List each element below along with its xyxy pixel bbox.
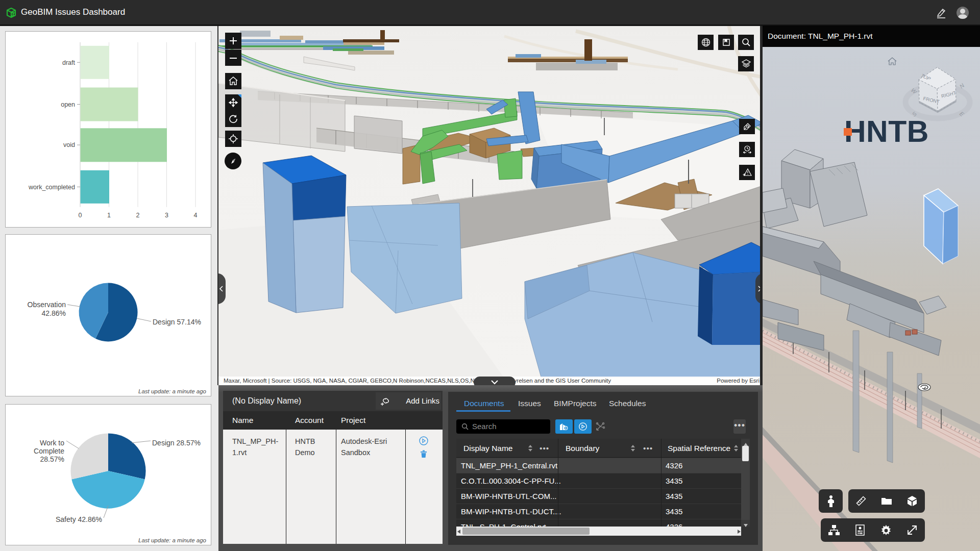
svg-text:Last update: a minute ago: Last update: a minute ago xyxy=(138,388,207,394)
svg-text:Complete: Complete xyxy=(34,447,64,455)
svg-text:1: 1 xyxy=(107,212,111,219)
svg-text:draft: draft xyxy=(62,59,76,66)
svg-text:Design 57.14%: Design 57.14% xyxy=(153,318,201,326)
svg-text:void: void xyxy=(63,141,75,148)
svg-text:2: 2 xyxy=(136,212,140,219)
svg-text:4: 4 xyxy=(194,212,198,219)
svg-text:work_completed: work_completed xyxy=(28,184,75,191)
svg-text:0: 0 xyxy=(79,212,82,219)
svg-text:3: 3 xyxy=(165,212,168,219)
svg-text:Last update: a minute ago: Last update: a minute ago xyxy=(138,537,207,543)
svg-text:open: open xyxy=(61,101,75,108)
svg-text:Work to: Work to xyxy=(40,439,64,447)
svg-text:Safety 42.86%: Safety 42.86% xyxy=(56,515,102,523)
svg-text:42.86%: 42.86% xyxy=(42,309,66,317)
svg-text:HNTB: HNTB xyxy=(844,115,929,148)
svg-text:Design 28.57%: Design 28.57% xyxy=(152,439,201,447)
svg-text:28.57%: 28.57% xyxy=(40,455,64,463)
svg-text:Observation: Observation xyxy=(28,300,66,309)
